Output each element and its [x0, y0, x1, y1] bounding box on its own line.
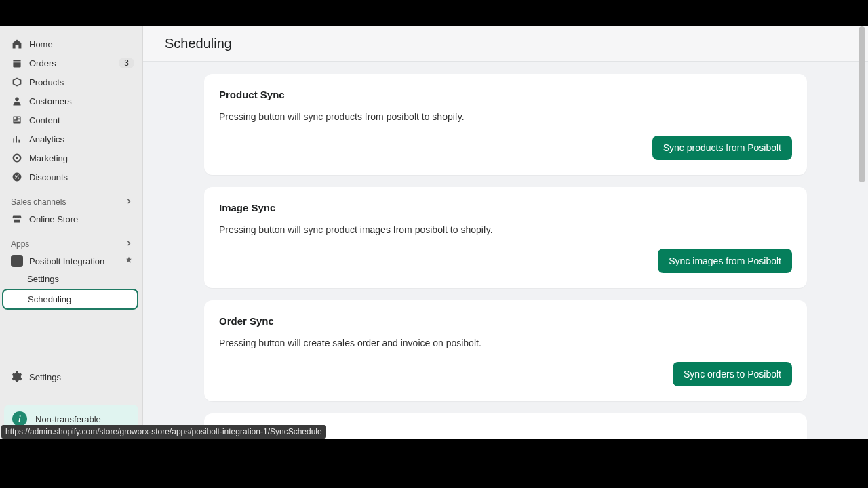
nav-marketing[interactable]: Marketing [0, 148, 142, 167]
info-text: Non-transferable [35, 414, 101, 424]
nav-settings[interactable]: Settings [0, 367, 142, 387]
card-order-sync: Order Sync Pressing button will create s… [204, 300, 807, 401]
card-title: Product Sync [219, 89, 792, 100]
card-desc: Pressing button will create sales order … [219, 338, 792, 348]
sidebar: Home Orders 3 Products Customers Content… [0, 26, 143, 439]
info-icon: i [12, 411, 27, 426]
store-icon [11, 213, 23, 225]
app-posibolt[interactable]: Posibolt Integration [0, 251, 142, 270]
nav-label: Customers [29, 96, 134, 106]
nav-label: Online Store [29, 214, 134, 224]
orders-badge: 3 [119, 58, 134, 68]
nav-analytics[interactable]: Analytics [0, 129, 142, 148]
chevron-right-icon [125, 239, 134, 249]
analytics-icon [11, 133, 23, 145]
apps-header[interactable]: Apps [0, 234, 142, 251]
section-label: Apps [11, 239, 125, 249]
nav-label: Content [29, 115, 134, 125]
nav-label: Discounts [29, 172, 134, 182]
nav-customers[interactable]: Customers [0, 92, 142, 110]
products-icon [11, 76, 23, 88]
nav-label: Settings [29, 372, 132, 382]
nav-label: Analytics [29, 134, 134, 144]
nav-label: Home [29, 39, 134, 49]
card-title: Image Sync [219, 202, 792, 214]
sync-images-button[interactable]: Sync images from Posibolt [658, 249, 792, 273]
scrollbar[interactable] [860, 26, 867, 439]
sales-channels-header[interactable]: Sales channels [0, 192, 142, 209]
content-area: Product Sync Pressing button will sync p… [143, 62, 868, 439]
status-bar-url: https://admin.shopify.com/store/groworx-… [1, 425, 326, 439]
app-sub-scheduling[interactable]: Scheduling [2, 289, 138, 310]
scrollbar-thumb[interactable] [859, 26, 865, 182]
card-desc: Pressing button will sync product images… [219, 224, 792, 235]
nav-orders[interactable]: Orders 3 [0, 54, 142, 73]
main: Scheduling Product Sync Pressing button … [143, 26, 868, 439]
page-header: Scheduling [143, 26, 868, 62]
content-icon [11, 114, 23, 126]
sync-orders-button[interactable]: Sync orders to Posibolt [673, 362, 792, 386]
card-title: Order Sync [219, 315, 792, 327]
home-icon [11, 38, 23, 50]
nav-content[interactable]: Content [0, 110, 142, 129]
pin-icon[interactable] [125, 256, 134, 266]
app-label: Posibolt Integration [29, 256, 122, 266]
card-product-sync: Product Sync Pressing button will sync p… [204, 74, 807, 175]
chevron-right-icon [125, 197, 134, 207]
orders-icon [11, 57, 23, 69]
app-sub-settings[interactable]: Settings [0, 270, 142, 287]
nav-discounts[interactable]: Discounts [0, 167, 142, 186]
card-desc: Pressing button will sync products from … [219, 111, 792, 122]
page-title: Scheduling [165, 36, 846, 52]
nav-label: Marketing [29, 153, 134, 163]
marketing-icon [11, 152, 23, 164]
customers-icon [11, 95, 23, 107]
discounts-icon [11, 171, 23, 183]
section-label: Sales channels [11, 197, 125, 207]
gear-icon [11, 371, 23, 383]
nav-label: Products [29, 77, 134, 87]
sync-products-button[interactable]: Sync products from Posibolt [652, 136, 792, 160]
nav-home[interactable]: Home [0, 35, 142, 54]
app-icon [11, 255, 23, 267]
nav-online-store[interactable]: Online Store [0, 209, 142, 228]
card-image-sync: Image Sync Pressing button will sync pro… [204, 187, 807, 288]
nav-products[interactable]: Products [0, 73, 142, 92]
nav-label: Orders [29, 58, 119, 68]
